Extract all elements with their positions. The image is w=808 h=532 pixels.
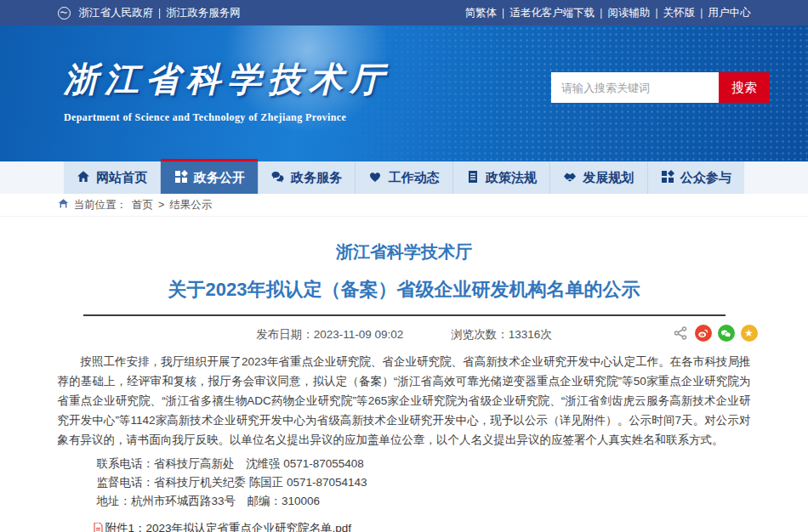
main-nav-row: 网站首页 政务公开 政务服务 工作动态 政策法规 发展规划 公众参与: [0, 161, 808, 194]
chat-bubbles-icon: [271, 170, 285, 186]
nav-item-label: 工作动态: [388, 170, 439, 186]
contact-info: 联系电话：省科技厅高新处 沈维强 0571-87055408 监督电话：省科技厅…: [97, 455, 751, 511]
nav-item-development-plans[interactable]: 发展规划: [550, 161, 647, 194]
search-input[interactable]: [551, 72, 719, 103]
breadcrumb-prefix: 当前位置：: [74, 198, 128, 212]
address-line: 地址：杭州市环城西路33号 邮编：310006: [97, 492, 751, 511]
breadcrumb-row: 当前位置： 首页 > 结果公示: [0, 194, 808, 217]
link-user-center[interactable]: 用户中心: [708, 6, 751, 20]
home-outline-icon: [58, 198, 69, 212]
site-logo[interactable]: 浙江省科学技术厅 Department of Science and Techn…: [64, 56, 390, 124]
pdf-icon: [94, 523, 103, 532]
home-icon: [77, 170, 90, 186]
site-title-english: Department of Science and Technology of …: [64, 111, 390, 124]
gov-emblem-icon: 〜: [58, 7, 71, 20]
search-button[interactable]: 搜索: [719, 72, 770, 103]
article: 浙江省科学技术厅 关于2023年拟认定（备案）省级企业研发机构名单的公示 发布日…: [58, 241, 751, 532]
title-divider: [83, 314, 725, 316]
handshake-icon: [563, 170, 577, 186]
nav-item-public-participation[interactable]: 公众参与: [648, 161, 744, 194]
breadcrumb-separator: >: [158, 199, 164, 211]
weibo-icon[interactable]: [695, 325, 712, 342]
nav-item-gov-disclosure[interactable]: 政务公开: [161, 161, 258, 194]
breadcrumb: 当前位置： 首页 > 结果公示: [58, 194, 751, 216]
blocks-icon: [174, 170, 188, 186]
supervision-phone: 监督电话：省科技厅机关纪委 陈国正 0571-87054143: [97, 473, 751, 492]
article-title-main: 关于2023年拟认定（备案）省级企业研发机构名单的公示: [58, 277, 751, 303]
nav-item-work-updates[interactable]: 工作动态: [356, 161, 452, 194]
heart-icon: [368, 170, 382, 186]
site-banner: 浙江省科学技术厅 Department of Science and Techn…: [0, 25, 808, 161]
view-count: 浏览次数：13316次: [451, 327, 552, 342]
share-bar: ★: [672, 325, 758, 342]
site-title: 浙江省科学技术厅: [64, 56, 390, 103]
attachment-link-1[interactable]: 附件1：2023年拟认定省重点企业研究院名单.pdf: [94, 519, 751, 532]
separator: |: [158, 7, 161, 19]
blocks-icon: [661, 170, 674, 186]
separator: |: [502, 7, 504, 19]
link-elderly-client-download[interactable]: 适老化客户端下载: [509, 6, 595, 20]
nav-item-label: 政务服务: [291, 170, 342, 186]
article-paragraph: 按照工作安排，我厅组织开展了2023年省重点企业研究院、省企业研究院、省高新技术…: [58, 352, 751, 450]
main-nav: 网站首页 政务公开 政务服务 工作动态 政策法规 发展规划 公众参与: [64, 161, 744, 194]
qzone-icon[interactable]: ★: [741, 325, 758, 342]
separator: |: [656, 7, 658, 19]
attachment-list: 附件1：2023年拟认定省重点企业研究院名单.pdf 附件2：2023年拟认定省…: [94, 519, 751, 532]
wechat-icon[interactable]: [718, 325, 735, 342]
top-utility-bar: 〜 浙江省人民政府 | 浙江政务服务网 简繁体 | 适老化客户端下载 | 阅读辅…: [0, 0, 808, 25]
contact-phone: 联系电话：省科技厅高新处 沈维强 0571-87055408: [97, 455, 751, 473]
share-nodes-icon[interactable]: [672, 325, 689, 342]
nav-item-label: 政务公开: [194, 170, 245, 186]
nav-item-gov-services[interactable]: 政务服务: [259, 161, 356, 194]
nav-item-policies[interactable]: 政策法规: [453, 161, 550, 194]
document-icon: [466, 170, 480, 186]
breadcrumb-home-link[interactable]: 首页: [132, 198, 153, 212]
publish-date: 发布日期：2023-11-09 09:02: [256, 327, 403, 342]
nav-item-home[interactable]: 网站首页: [64, 161, 161, 194]
nav-item-label: 政策法规: [486, 170, 537, 186]
breadcrumb-current: 结果公示: [169, 198, 212, 212]
article-meta: 发布日期：2023-11-09 09:02 浏览次数：13316次 ★: [58, 325, 751, 345]
nav-item-label: 公众参与: [680, 170, 731, 186]
link-gov-service-net[interactable]: 浙江政务服务网: [166, 6, 241, 20]
nav-item-label: 网站首页: [96, 170, 147, 186]
separator: |: [700, 7, 703, 19]
article-title-org: 浙江省科学技术厅: [58, 241, 751, 263]
link-provincial-gov[interactable]: 浙江省人民政府: [79, 6, 154, 20]
link-reading-assist[interactable]: 阅读辅助: [608, 6, 651, 20]
nav-item-label: 发展规划: [583, 170, 634, 186]
search-box: 搜索: [551, 72, 770, 103]
link-care-version[interactable]: 关怀版: [663, 6, 696, 20]
link-simplified-traditional[interactable]: 简繁体: [465, 6, 498, 20]
separator: |: [600, 7, 602, 19]
